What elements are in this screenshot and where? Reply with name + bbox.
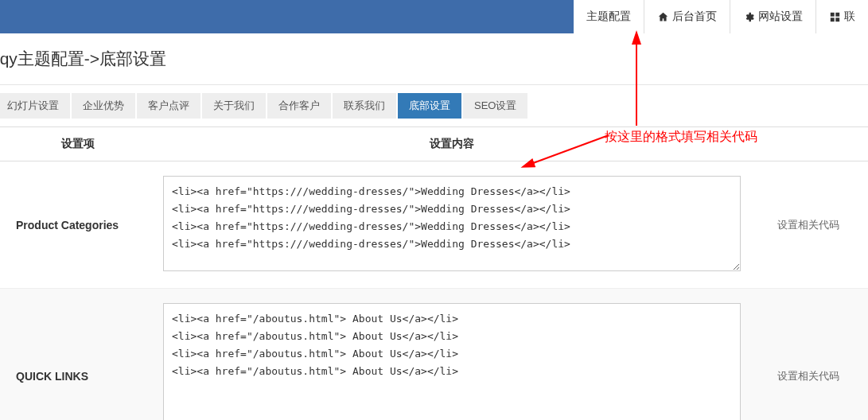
svg-rect-0 — [830, 12, 834, 16]
svg-rect-2 — [830, 18, 834, 21]
tab-reviews[interactable]: 客户点评 — [137, 93, 200, 119]
tab-about-us[interactable]: 关于我们 — [202, 93, 266, 119]
tab-partners[interactable]: 合作客户 — [267, 93, 331, 119]
top-tab-label: 联 — [844, 10, 855, 24]
row-note: 设置相关代码 — [749, 355, 868, 398]
gear-icon — [743, 11, 754, 22]
table-row: Product Categories 设置相关代码 — [0, 161, 868, 289]
svg-rect-1 — [835, 12, 839, 16]
home-icon — [657, 11, 668, 22]
row-note: 设置相关代码 — [749, 204, 868, 247]
top-tab-theme-config[interactable]: 主题配置 — [574, 0, 644, 33]
top-tab-more[interactable]: 联 — [816, 0, 868, 33]
th-empty — [749, 127, 868, 161]
code-textarea-quick-links[interactable] — [163, 303, 741, 420]
table-header: 设置项 设置内容 — [0, 127, 868, 161]
tab-advantages[interactable]: 企业优势 — [72, 93, 135, 119]
page-title: iqy主题配置->底部设置 — [0, 33, 868, 85]
top-tab-label: 后台首页 — [672, 10, 717, 24]
row-content-cell — [155, 161, 749, 288]
settings-tabs: 幻灯片设置 企业优势 客户点评 关于我们 合作客户 联系我们 底部设置 SEO设… — [0, 85, 868, 126]
tab-contact[interactable]: 联系我们 — [333, 93, 396, 119]
settings-table: 设置项 设置内容 Product Categories 设置相关代码 QUICK… — [0, 126, 868, 420]
top-tab-admin-home[interactable]: 后台首页 — [644, 0, 730, 33]
th-setting-item: 设置项 — [0, 127, 155, 161]
row-label-product-categories: Product Categories — [0, 204, 155, 246]
top-tab-label: 网站设置 — [758, 10, 803, 24]
tab-seo[interactable]: SEO设置 — [463, 93, 527, 119]
row-content-cell — [155, 289, 749, 420]
row-label-quick-links: QUICK LINKS — [0, 356, 155, 397]
table-row: QUICK LINKS 设置相关代码 — [0, 289, 868, 420]
top-tab-site-settings[interactable]: 网站设置 — [730, 0, 816, 33]
top-tab-label: 主题配置 — [586, 10, 631, 24]
tab-footer-settings[interactable]: 底部设置 — [398, 93, 461, 119]
svg-rect-3 — [835, 18, 839, 21]
code-textarea-product-categories[interactable] — [163, 176, 741, 271]
grid-icon — [829, 11, 840, 22]
tab-slideshow[interactable]: 幻灯片设置 — [0, 93, 70, 119]
top-bar: 主题配置 后台首页 网站设置 联 — [0, 0, 868, 33]
th-setting-content: 设置内容 — [155, 127, 749, 161]
